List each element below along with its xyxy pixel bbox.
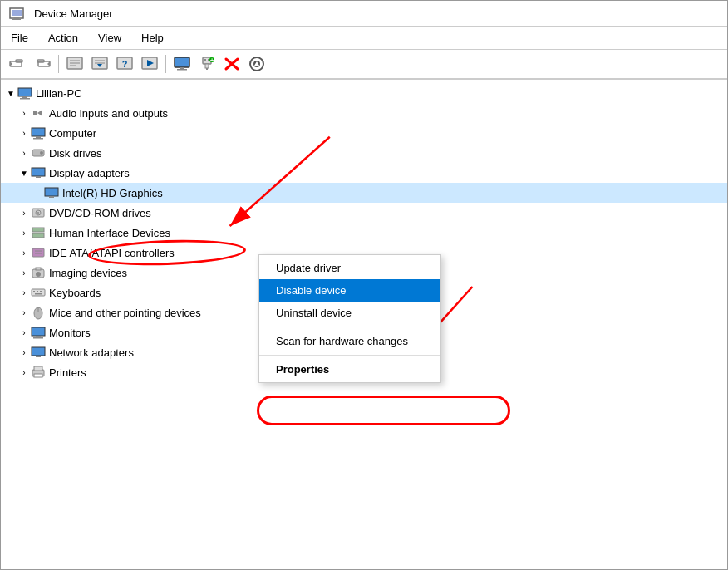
uninstall-button[interactable] (220, 53, 243, 75)
mice-expander[interactable]: › (17, 306, 31, 319)
disk-expander[interactable]: › (17, 146, 31, 160)
monitors-label: Monitors (49, 327, 91, 339)
tree-display[interactable]: ▼ Display adapters (1, 163, 727, 183)
mice-label: Mice and other pointing devices (49, 307, 201, 319)
ctx-separator-2 (259, 355, 440, 356)
svg-point-46 (40, 151, 43, 155)
menu-bar: File Action View Help (1, 27, 727, 50)
keyboard-icon (31, 285, 46, 300)
svg-rect-71 (33, 337, 43, 339)
tree-disk[interactable]: › Disk drives (1, 143, 727, 163)
toolbar-separator-2 (165, 55, 166, 73)
imaging-icon (31, 265, 46, 280)
ctx-properties[interactable]: Properties (259, 358, 440, 381)
tree-hid[interactable]: › Human Interface Devices (1, 223, 727, 243)
printer-icon (31, 365, 46, 380)
device-manager-window: Device Manager File Action View Help (0, 0, 728, 570)
ctx-disable-device[interactable]: Disable device (259, 279, 440, 302)
computer-expander[interactable]: › (17, 126, 31, 140)
svg-rect-75 (34, 366, 42, 371)
monitors-expander[interactable]: › (17, 326, 31, 339)
scan-button[interactable] (138, 53, 161, 75)
svg-rect-50 (49, 196, 54, 198)
display-expander[interactable]: ▼ (17, 166, 31, 179)
display-adapter-icon (31, 165, 46, 180)
monitor-button[interactable] (170, 53, 194, 75)
forward-button[interactable] (31, 53, 54, 75)
svg-rect-22 (175, 57, 189, 67)
svg-rect-70 (36, 336, 41, 337)
imaging-expander[interactable]: › (17, 266, 31, 279)
audio-expander[interactable]: › (17, 106, 31, 120)
network-expander[interactable]: › (17, 346, 31, 359)
svg-rect-47 (32, 168, 45, 176)
svg-rect-1 (12, 10, 22, 16)
audio-icon (31, 106, 46, 120)
content-area: ▼ Lillian-PC › (1, 80, 727, 569)
dvd-icon (31, 205, 46, 220)
title-bar: Device Manager (1, 1, 727, 27)
svg-rect-48 (36, 176, 41, 178)
hid-icon (31, 225, 46, 240)
svg-rect-24 (177, 69, 187, 71)
network-icon (31, 345, 46, 360)
root-expander[interactable]: ▼ (4, 86, 17, 100)
back-button[interactable] (6, 53, 29, 75)
toolbar-separator-1 (58, 55, 59, 73)
download-button[interactable] (245, 53, 268, 75)
printers-label: Printers (49, 366, 86, 379)
svg-rect-54 (32, 228, 44, 232)
svg-rect-65 (40, 291, 42, 292)
menu-file[interactable]: File (1, 28, 38, 47)
hid-expander[interactable]: › (17, 226, 31, 239)
svg-text:+: + (210, 57, 214, 64)
plug-button[interactable]: + (195, 53, 219, 75)
svg-rect-37 (18, 88, 32, 96)
svg-rect-38 (22, 96, 27, 98)
printers-expander[interactable]: › (17, 366, 31, 379)
svg-rect-26 (204, 59, 206, 61)
svg-rect-28 (205, 64, 209, 68)
dvd-label: DVD/CD-ROM drives (49, 207, 151, 219)
intel-icon (44, 185, 59, 200)
svg-rect-72 (32, 347, 45, 356)
svg-rect-2 (14, 17, 19, 19)
window-icon (9, 6, 24, 21)
svg-rect-61 (36, 268, 41, 270)
menu-view[interactable]: View (88, 28, 131, 47)
svg-rect-66 (35, 293, 42, 295)
keyboards-expander[interactable]: › (17, 286, 31, 299)
tree-intel-graphics[interactable]: Intel(R) HD Graphics (1, 183, 727, 203)
svg-marker-8 (47, 61, 50, 66)
svg-point-60 (36, 272, 41, 277)
svg-rect-76 (34, 374, 42, 377)
network-label: Network adapters (49, 346, 134, 359)
svg-point-53 (37, 212, 39, 214)
menu-action[interactable]: Action (38, 28, 88, 47)
svg-marker-5 (10, 61, 12, 66)
tree-dvd[interactable]: › DVD/CD-ROM drives (1, 203, 727, 223)
update-button[interactable] (88, 53, 111, 75)
svg-rect-40 (33, 111, 37, 115)
tree-root[interactable]: ▼ Lillian-PC (1, 83, 727, 103)
svg-rect-56 (32, 248, 44, 257)
computer-icon (31, 125, 46, 140)
menu-help[interactable]: Help (131, 28, 174, 47)
monitor-icon (31, 325, 46, 340)
svg-rect-64 (37, 291, 38, 292)
mouse-icon (31, 305, 46, 320)
toolbar: ? (1, 50, 727, 80)
ctx-scan[interactable]: Scan for hardware changes (259, 330, 440, 352)
help-button[interactable]: ? (113, 53, 136, 75)
dvd-expander[interactable]: › (17, 206, 31, 219)
tree-computer[interactable]: › Computer (1, 123, 727, 143)
ide-expander[interactable]: › (17, 246, 31, 259)
ctx-update-driver[interactable]: Update driver (259, 257, 440, 279)
disk-icon (31, 145, 46, 160)
svg-rect-3 (12, 19, 21, 20)
tree-audio[interactable]: › Audio inputs and outputs (1, 103, 727, 123)
properties-button[interactable] (63, 53, 86, 75)
display-label: Display adapters (49, 167, 130, 179)
ctx-uninstall-device[interactable]: Uninstall device (259, 302, 440, 324)
computer-label: Computer (49, 127, 96, 140)
